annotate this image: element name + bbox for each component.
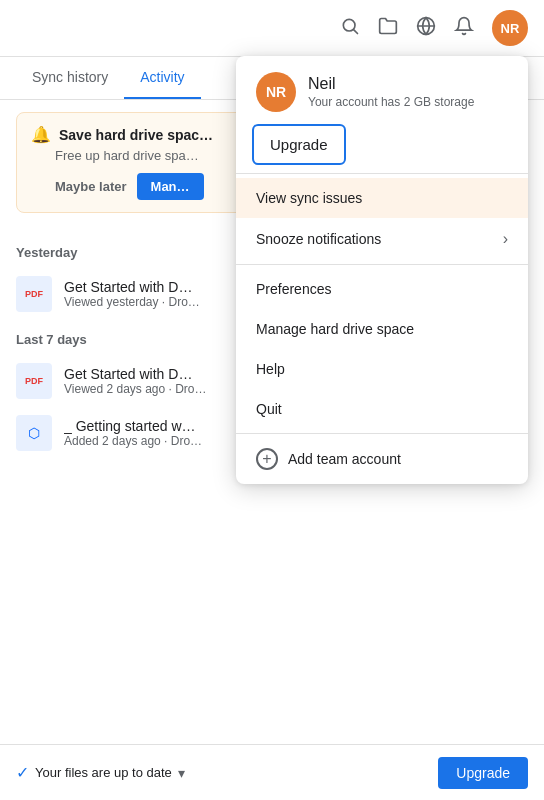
app-container: NR Sync history Activity 🔔 Save hard dri… (0, 0, 544, 800)
divider (236, 264, 528, 265)
menu-item-label: View sync issues (256, 190, 508, 206)
add-circle-icon: + (256, 448, 278, 470)
dropdown-menu: NR Neil Your account has 2 GB storage Up… (236, 56, 528, 484)
menu-item-label: Manage hard drive space (256, 321, 508, 337)
menu-item-quit[interactable]: Quit (236, 389, 528, 429)
menu-item-view-sync-issues[interactable]: View sync issues (236, 178, 528, 218)
menu-item-snooze-notifications[interactable]: Snooze notifications › (236, 218, 528, 260)
menu-item-preferences[interactable]: Preferences (236, 269, 528, 309)
dropdown-header: NR Neil Your account has 2 GB storage (236, 56, 528, 124)
dropdown-upgrade-button[interactable]: Upgrade (252, 124, 346, 165)
add-team-label: Add team account (288, 451, 401, 467)
menu-item-manage-hard-drive[interactable]: Manage hard drive space (236, 309, 528, 349)
add-team-account-item[interactable]: + Add team account (236, 433, 528, 484)
dropdown-avatar: NR (256, 72, 296, 112)
menu-item-label: Help (256, 361, 508, 377)
chevron-right-icon: › (503, 230, 508, 248)
menu-item-label: Snooze notifications (256, 231, 493, 247)
dropdown-user-name: Neil (308, 75, 474, 93)
menu-item-label: Preferences (256, 281, 508, 297)
menu-item-help[interactable]: Help (236, 349, 528, 389)
divider (236, 173, 528, 174)
dropdown-overlay: NR Neil Your account has 2 GB storage Up… (0, 0, 544, 800)
dropdown-user-storage: Your account has 2 GB storage (308, 95, 474, 109)
menu-item-label: Quit (256, 401, 508, 417)
